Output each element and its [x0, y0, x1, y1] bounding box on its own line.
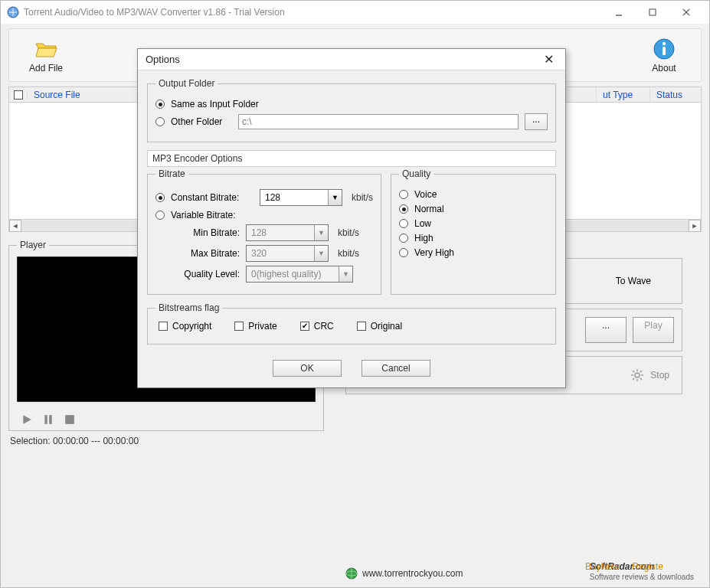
encoder-section-label: MP3 Encoder Options: [147, 150, 556, 167]
stop-label: Stop: [650, 370, 669, 381]
close-button[interactable]: [669, 2, 703, 23]
scroll-left-arrow[interactable]: ◄: [9, 220, 21, 232]
cancel-button[interactable]: Cancel: [362, 360, 430, 377]
max-bitrate-value: 320: [247, 248, 314, 259]
min-bitrate-label: Min Bitrate:: [155, 227, 240, 238]
radio-quality-voice[interactable]: [399, 190, 408, 199]
chevron-down-icon: ▼: [314, 246, 328, 261]
svg-rect-2: [649, 9, 656, 15]
quality-veryhigh-label: Very High: [414, 247, 454, 258]
svg-marker-8: [23, 415, 31, 424]
min-bitrate-combo[interactable]: 128▼: [246, 224, 329, 241]
play-output-button[interactable]: Play: [633, 317, 674, 343]
maximize-button[interactable]: [636, 2, 669, 23]
select-all-checkbox[interactable]: [9, 90, 28, 100]
chevron-down-icon: ▼: [339, 266, 352, 282]
add-file-label: Add File: [29, 63, 63, 74]
svg-line-18: [640, 378, 642, 380]
titlebar: Torrent Audio/Video to MP3/WAV Converter…: [1, 1, 709, 24]
copyright-label: Copyright: [172, 321, 211, 332]
quality-voice-label: Voice: [414, 189, 437, 200]
quality-high-label: High: [414, 233, 434, 243]
browse-output-button[interactable]: ...: [585, 317, 627, 343]
max-bitrate-combo[interactable]: 320▼: [246, 245, 329, 262]
scroll-right-arrow[interactable]: ►: [689, 220, 701, 232]
minimize-button[interactable]: [602, 2, 636, 23]
original-label: Original: [371, 321, 402, 332]
radio-quality-low[interactable]: [399, 219, 408, 228]
svg-line-17: [633, 371, 634, 372]
bitrate-group: Bitrate Constant Bitrate: 128▼ kbit/s Va…: [147, 168, 381, 295]
unit-kbits-3: kbit/s: [338, 248, 359, 259]
unit-kbits-2: kbit/s: [338, 227, 359, 238]
radio-constant-bitrate[interactable]: [155, 193, 165, 202]
website-link[interactable]: www.torrentrockyou.com: [362, 568, 463, 579]
player-controls: [17, 414, 316, 425]
constant-bitrate-combo[interactable]: 128▼: [260, 189, 342, 206]
output-folder-legend: Output Folder: [155, 78, 218, 89]
dialog-close-button[interactable]: ✕: [539, 52, 558, 67]
dialog-title: Options: [146, 54, 539, 65]
radio-quality-high[interactable]: [399, 234, 408, 243]
column-output-type[interactable]: ut Type: [597, 87, 650, 102]
pause-icon[interactable]: [43, 414, 54, 425]
dialog-titlebar: Options ✕: [138, 49, 565, 70]
chevron-down-icon: ▼: [328, 190, 342, 205]
radio-quality-veryhigh[interactable]: [399, 248, 408, 257]
quality-group: Quality Voice Normal Low High Very High: [391, 168, 556, 295]
radio-same-folder[interactable]: [155, 100, 165, 109]
bitrate-legend: Bitrate: [155, 168, 188, 179]
output-folder-group: Output Folder Same as Input Folder Other…: [147, 78, 556, 142]
brand-sub: Software reviews & downloads: [590, 573, 694, 581]
svg-rect-7: [663, 47, 666, 55]
quality-legend: Quality: [399, 168, 434, 179]
add-file-button[interactable]: Add File: [15, 37, 77, 74]
check-original[interactable]: [357, 322, 366, 331]
constant-bitrate-value: 128: [260, 192, 328, 203]
dialog-buttons: OK Cancel: [138, 352, 565, 387]
selection-readout: Selection: 00:00:00 --- 00:00:00: [10, 436, 700, 446]
bitstream-flags-group: Bitstreams flag Copyright Private ✔CRC O…: [147, 302, 556, 345]
svg-rect-9: [44, 415, 47, 424]
about-button[interactable]: About: [633, 37, 695, 74]
stop-icon[interactable]: [64, 414, 75, 425]
svg-rect-10: [49, 415, 52, 424]
svg-rect-11: [65, 415, 74, 424]
radio-other-folder[interactable]: [155, 117, 165, 126]
play-icon[interactable]: [21, 414, 32, 425]
buy-register-overlay: BuyNow Registe: [585, 561, 663, 572]
app-icon: [7, 6, 19, 18]
constant-bitrate-label: Constant Bitrate:: [171, 192, 254, 203]
min-bitrate-value: 128: [247, 227, 314, 238]
main-window: Torrent Audio/Video to MP3/WAV Converter…: [0, 0, 710, 588]
check-private[interactable]: [234, 322, 244, 331]
player-legend: Player: [17, 240, 49, 250]
gear-icon: [630, 368, 644, 382]
to-wave-label: To Wave: [616, 276, 651, 286]
other-folder-path-input[interactable]: c:\: [238, 114, 519, 129]
same-folder-label: Same as Input Folder: [171, 99, 259, 109]
radio-variable-bitrate[interactable]: [155, 211, 165, 220]
quality-level-combo[interactable]: 0(highest quality)▼: [246, 266, 353, 283]
column-status[interactable]: Status: [650, 87, 701, 102]
checkbox-icon: [14, 90, 23, 100]
quality-level-label: Quality Level:: [155, 269, 240, 279]
quality-low-label: Low: [414, 218, 431, 229]
radio-quality-normal[interactable]: [399, 204, 408, 214]
info-icon: [652, 37, 676, 61]
folder-open-icon: [34, 37, 58, 61]
window-title: Torrent Audio/Video to MP3/WAV Converter…: [24, 7, 602, 18]
check-copyright[interactable]: [159, 322, 168, 331]
svg-point-12: [635, 373, 640, 377]
quality-normal-label: Normal: [414, 204, 444, 214]
options-dialog: Options ✕ Output Folder Same as Input Fo…: [137, 48, 566, 388]
bitstream-flags-legend: Bitstreams flag: [155, 302, 222, 313]
unit-kbits-1: kbit/s: [352, 192, 373, 203]
svg-point-6: [663, 42, 666, 45]
browse-folder-button[interactable]: ...: [525, 113, 548, 130]
ok-button[interactable]: OK: [273, 360, 342, 377]
check-crc[interactable]: ✔: [300, 322, 309, 331]
buynow-text: BuyNow: [585, 561, 620, 572]
variable-bitrate-label: Variable Bitrate:: [171, 210, 236, 220]
register-text: Registe: [632, 561, 663, 572]
